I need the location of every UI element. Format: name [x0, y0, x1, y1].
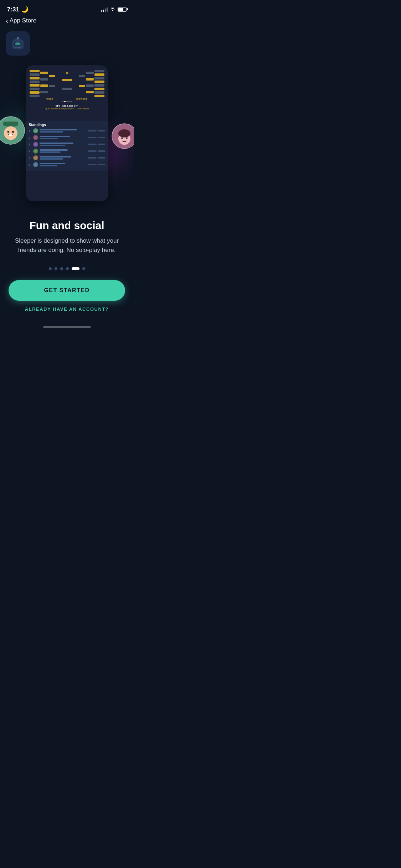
bracket-x-icon: ✕: [65, 71, 69, 76]
bracket-title: MY BRACKET Tap the bracket to fill out y…: [28, 103, 106, 110]
midwest-label: MIDWEST: [76, 98, 87, 100]
back-button[interactable]: ‹ App Store: [6, 17, 36, 24]
bracket-dot-3: [66, 101, 68, 102]
standing-row-4: 4: [29, 149, 105, 154]
text-section: Fun and social Sleeper is designed to sh…: [0, 208, 134, 260]
chevron-left-icon: ‹: [6, 17, 8, 24]
standing-row-6: 6: [29, 162, 105, 167]
standing-bars-5: [40, 156, 87, 160]
buttons-section: GET STARTED ALREADY HAVE AN ACCOUNT?: [0, 277, 134, 323]
dot-1: [49, 267, 52, 270]
standing-bars-6: [40, 163, 87, 166]
status-time: 7:31 🌙: [7, 6, 29, 13]
standing-bars-2: [40, 136, 87, 139]
dots-3: [98, 144, 105, 145]
svg-point-5: [15, 42, 21, 45]
nav-bar: ‹ App Store: [0, 16, 134, 27]
standing-bars-1: [40, 129, 87, 133]
svg-point-21: [126, 138, 128, 139]
bracket-section: ✕: [26, 66, 108, 121]
app-icon: [6, 31, 30, 56]
bracket-dot-1: [62, 101, 63, 102]
standings-title: Standings: [29, 123, 105, 127]
svg-point-15: [12, 131, 14, 133]
dot-6: [82, 267, 85, 270]
login-button[interactable]: ALREADY HAVE AN ACCOUNT?: [9, 301, 125, 317]
bracket-dot-4: [68, 101, 70, 102]
bracket-dots: [28, 101, 106, 102]
pagination-dots: [0, 260, 134, 277]
avatar-sm-2: [33, 135, 38, 140]
dot-5-active: [72, 267, 79, 270]
app-icon-section: [0, 27, 134, 56]
home-bar: [43, 326, 91, 328]
avatar-sm-4: [33, 149, 38, 154]
svg-point-20: [121, 138, 123, 139]
avatar-sm-5: [33, 155, 38, 160]
screenshot-area: ✕: [0, 58, 134, 208]
svg-point-2: [17, 37, 19, 39]
signal-icon: [101, 7, 108, 12]
standings-section: Standings 1 2: [26, 121, 108, 171]
standing-bars-4: [40, 149, 87, 153]
bracket-subtitle: Tap the bracket to fill out your bracket…: [28, 108, 106, 110]
dots-4: [98, 150, 105, 152]
rank-1: 1: [29, 130, 32, 132]
phone-mockup: ✕: [26, 66, 108, 201]
avatar-sm-1: [33, 128, 38, 133]
svg-rect-16: [9, 134, 12, 136]
rank-3: 3: [29, 143, 32, 146]
dots-2: [98, 137, 105, 138]
svg-point-19: [118, 130, 130, 138]
rank-4: 4: [29, 150, 32, 153]
score-2: [88, 137, 97, 138]
battery-icon: [118, 7, 127, 12]
svg-point-14: [7, 131, 10, 133]
standing-row-3: 3: [29, 142, 105, 147]
svg-point-13: [4, 126, 17, 140]
status-bar: 7:31 🌙: [0, 0, 134, 16]
avatar-right: [112, 123, 134, 149]
avatar-sm-6: [33, 162, 38, 167]
dot-2: [55, 267, 57, 270]
standing-row-2: 2: [29, 135, 105, 140]
standing-bars-3: [40, 143, 87, 146]
standing-row-5: 5: [29, 155, 105, 160]
avatar-sm-3: [33, 142, 38, 147]
standing-row-1: 1: [29, 128, 105, 133]
status-icons: [101, 6, 127, 12]
avatar-left: [0, 116, 25, 145]
bracket-dot-2: [64, 101, 66, 102]
main-title: Fun and social: [9, 219, 125, 231]
score-5: [88, 157, 97, 159]
my-bracket-text: MY BRACKET: [28, 104, 106, 108]
score-6: [88, 164, 97, 165]
dot-4: [66, 267, 69, 270]
main-subtitle: Sleeper is designed to show what your fr…: [9, 236, 125, 254]
avatar-circle-left: [0, 116, 25, 145]
score-1: [88, 130, 97, 131]
score-3: [88, 144, 97, 145]
dots-5: [98, 157, 105, 159]
dots-1: [98, 130, 105, 131]
home-indicator: [0, 323, 134, 332]
dot-3: [60, 267, 63, 270]
score-4: [88, 150, 97, 152]
svg-rect-12: [3, 122, 18, 125]
get-started-button[interactable]: GET STARTED: [9, 280, 125, 301]
wifi-icon: [110, 6, 115, 12]
bracket-dot-5: [71, 101, 72, 102]
rank-5: 5: [29, 157, 32, 159]
west-label: WEST: [46, 98, 53, 100]
rank-6: 6: [29, 164, 32, 166]
avatar-circle-right: [112, 123, 134, 149]
back-label: App Store: [10, 17, 37, 24]
rank-2: 2: [29, 136, 32, 139]
dots-6: [98, 164, 105, 165]
